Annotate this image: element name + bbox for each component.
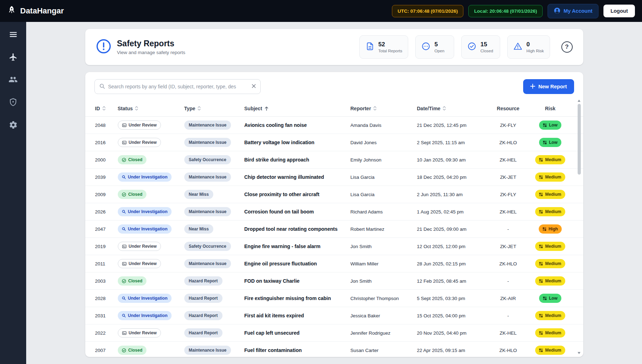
column-header-type[interactable]: Type [184,106,244,111]
table-row[interactable]: 2039Under InvestigationMaintenance Issue… [85,169,583,186]
cell-risk: Low [530,121,571,130]
scroll-up-arrow-icon[interactable] [578,100,580,102]
cell-risk: Medium [530,155,571,164]
cell-type: Maintenance Issue [184,207,244,216]
sort-icon [197,106,201,111]
cell-report-id: 2028 [95,296,118,301]
risk-badge: Low [539,294,561,303]
cell-type: Safety Occurrence [184,155,244,164]
table-row[interactable]: 2022Under ReviewHazard ReportFuel cap le… [85,324,583,342]
help-button[interactable]: ? [561,41,573,53]
risk-badge: Medium [535,311,565,320]
cell-risk: Medium [530,207,571,216]
table-row[interactable]: 2028Under InvestigationHazard ReportFire… [85,290,583,307]
table-row[interactable]: 2016Under ReviewMaintenance IssueBattery… [85,134,583,151]
scrollbar-track[interactable] [577,104,582,350]
new-report-button[interactable]: New Report [523,79,574,94]
cell-datetime: 5 Sept 2025, 03:30 pm [417,296,487,301]
sidebar-item-safety[interactable] [6,95,21,110]
sidebar-item-users[interactable] [6,73,21,88]
user-circle-icon [554,7,561,15]
scroll-down-arrow-icon[interactable] [578,352,580,354]
column-header-status[interactable]: Status [118,106,184,111]
cell-resource: - [487,227,530,232]
cell-type: Maintenance Issue [184,121,244,130]
cell-status: Under Investigation [118,172,184,182]
cell-resource: - [487,278,530,284]
column-header-id[interactable]: ID [95,106,118,111]
column-header-resource[interactable]: Resource [487,106,530,111]
table-row[interactable]: 2003ClosedHazard ReportFOD on taxiway Ch… [85,272,583,290]
my-account-button[interactable]: My Account [548,4,598,18]
table-row[interactable]: 2011Under ReviewMaintenance IssueEngine … [85,255,583,272]
table-row[interactable]: 2019Under ReviewSafety OccurrenceEngine … [85,238,583,255]
type-badge: Hazard Report [184,311,222,320]
column-header-datetime[interactable]: Date/Time [417,106,487,111]
type-badge: Maintenance Issue [184,138,231,147]
magnifier-icon [122,313,126,318]
logo[interactable]: DataHangar [7,5,64,17]
cell-subject: First aid kit items expired [244,313,351,318]
reports-table-card: New Report IDStatusTypeSubjectReporterDa… [85,72,583,357]
column-header-reporter[interactable]: Reporter [351,106,417,111]
review-icon [122,244,127,249]
table-row[interactable]: 2009ClosedNear MissClose proximity to ot… [85,186,583,203]
stat-closed: 15 Closed [461,35,500,59]
cell-status: Under Investigation [118,294,184,303]
magnifier-icon [122,296,126,300]
check-circle-icon [122,279,126,283]
table-row[interactable]: 2047Under InvestigationNear MissDropped … [85,221,583,238]
table-row[interactable]: 2000ClosedSafety OccurrenceBird strike d… [85,151,583,169]
cell-reporter: Lisa Garcia [351,192,417,197]
search-input[interactable] [108,84,248,89]
column-header-subject[interactable]: Subject [244,106,351,111]
cell-risk: Low [530,294,571,303]
clear-search-button[interactable] [251,84,256,89]
cell-subject: Bird strike during approach [244,157,351,163]
search-box [94,79,261,94]
cell-type: Hazard Report [184,311,244,320]
cell-resource: ZK-JET [487,175,530,180]
risk-badge: Medium [535,259,565,268]
status-label: Under Investigation [128,313,168,318]
table-row[interactable]: 2048Under ReviewMaintenance IssueAvionic… [85,117,583,134]
status-badge: Under Review [118,259,161,268]
alert-circle-icon [96,39,111,55]
cell-datetime: 21 Dec 2025, 12:45 pm [417,123,487,128]
scrollbar[interactable] [577,100,582,354]
review-icon [122,140,127,145]
sidebar-item-settings[interactable] [6,118,21,133]
status-label: Closed [128,348,143,353]
new-report-label: New Report [538,84,567,89]
risk-matrix-icon [539,348,543,352]
table-row[interactable]: 2007ClosedMaintenance IssueFuel filter c… [85,342,583,357]
scrollbar-thumb[interactable] [578,104,581,175]
column-header-risk[interactable]: Risk [530,106,571,111]
risk-matrix-icon [539,314,543,318]
risk-matrix-icon [539,193,543,196]
table-row[interactable]: 2031Under InvestigationHazard ReportFirs… [85,307,583,324]
status-label: Under Investigation [128,227,168,231]
stat-label: Open [434,49,444,53]
cell-report-id: 2048 [95,123,118,128]
cell-status: Under Review [118,242,184,251]
column-header-label: Subject [244,106,262,111]
cell-resource: ZK-HLO [487,348,530,353]
risk-label: Medium [545,261,561,266]
cell-type: Maintenance Issue [184,346,244,355]
type-badge: Maintenance Issue [184,259,231,268]
cell-subject: Corrosion found on tail boom [244,209,351,215]
table-toolbar: New Report [85,79,583,94]
sidebar-item-aircraft[interactable] [6,50,21,65]
menu-toggle-button[interactable] [6,28,21,42]
table-row[interactable]: 2026Under InvestigationMaintenance Issue… [85,203,583,221]
risk-matrix-icon [539,158,543,162]
cell-type: Safety Occurrence [184,242,244,251]
risk-label: Low [549,123,557,128]
status-label: Closed [128,192,143,197]
status-label: Under Investigation [128,209,168,214]
check-circle-icon [122,192,126,197]
logout-button[interactable]: Logout [603,5,635,17]
stat-high-risk: 0 High Risk [507,35,550,59]
cell-datetime: 2 Jun 2025, 11:30 am [417,192,487,197]
